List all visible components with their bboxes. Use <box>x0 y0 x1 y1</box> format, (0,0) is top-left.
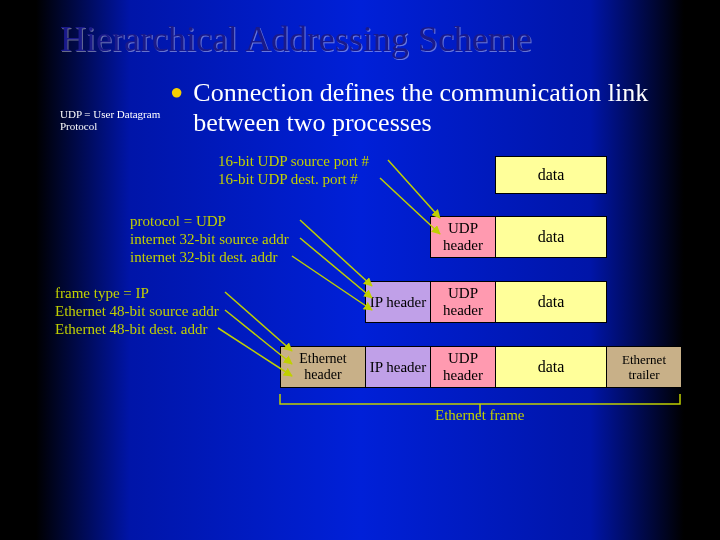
bullet-icon: ● <box>168 78 193 106</box>
svg-line-0 <box>388 160 440 218</box>
svg-line-3 <box>300 238 372 298</box>
svg-line-2 <box>300 220 372 286</box>
data-box-3: data <box>495 281 607 323</box>
side-note: UDP = User Datagram Protocol <box>60 78 168 132</box>
udp-header-box-3: UDP header <box>430 281 496 323</box>
svg-line-5 <box>225 292 292 351</box>
ip-header-box-4: IP header <box>365 346 431 388</box>
ann-eth-dst: Ethernet 48-bit dest. addr <box>55 320 207 338</box>
data-box-1: data <box>495 156 607 194</box>
ann-ftype: frame type = IP <box>55 284 149 302</box>
ethernet-header-box: Ethernet header <box>280 346 366 388</box>
ann-udp-src: 16-bit UDP source port # <box>218 152 369 170</box>
bullet-text: Connection defines the communication lin… <box>193 78 680 138</box>
udp-header-box-2: UDP header <box>430 216 496 258</box>
ip-header-box-3: IP header <box>365 281 431 323</box>
svg-line-4 <box>292 256 372 310</box>
ann-frame: Ethernet frame <box>435 406 525 424</box>
ann-udp-dst: 16-bit UDP dest. port # <box>218 170 358 188</box>
ann-proto: protocol = UDP <box>130 212 226 230</box>
diagram: data UDP header data IP header UDP heade… <box>0 146 720 476</box>
ann-ip-dst: internet 32-bit dest. addr <box>130 248 277 266</box>
bullet-row: UDP = User Datagram Protocol ● Connectio… <box>0 60 720 138</box>
slide-title: Hierarchical Addressing Scheme <box>0 0 720 60</box>
ethernet-trailer-box: Ethernet trailer <box>606 346 682 388</box>
udp-header-box-4: UDP header <box>430 346 496 388</box>
ann-eth-src: Ethernet 48-bit source addr <box>55 302 219 320</box>
ann-ip-src: internet 32-bit source addr <box>130 230 289 248</box>
data-box-2: data <box>495 216 607 258</box>
data-box-4: data <box>495 346 607 388</box>
